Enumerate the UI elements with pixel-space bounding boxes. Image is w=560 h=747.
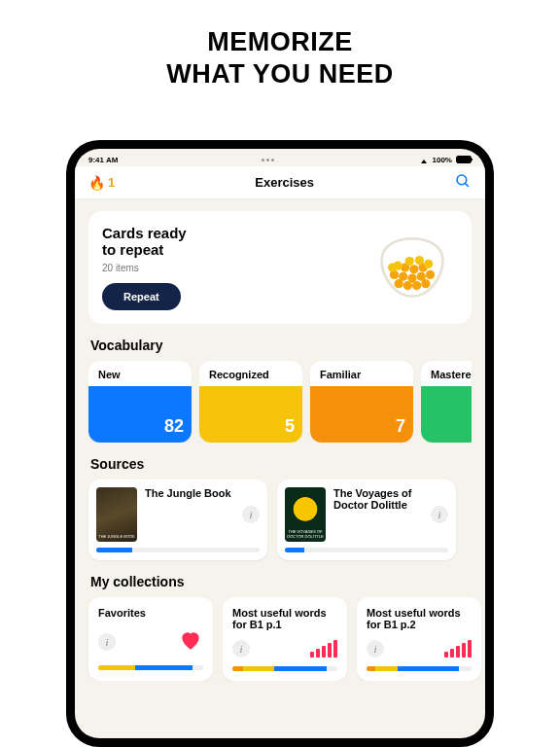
vocab-label: Familiar: [310, 361, 413, 380]
tablet-frame: 9:41 AM 100% 🔥 1 Exercises Cards readyto…: [66, 140, 494, 747]
collection-title: Favorites: [98, 607, 203, 620]
vocab-label: Recognized: [199, 361, 302, 380]
svg-point-16: [415, 256, 424, 265]
svg-point-15: [405, 257, 414, 266]
screen: 9:41 AM 100% 🔥 1 Exercises Cards readyto…: [75, 149, 485, 738]
vocab-card-familiar[interactable]: Familiar 7: [310, 361, 413, 443]
source-title: The Voyages of Doctor Dolittle: [333, 487, 423, 512]
streak-value: 1: [108, 175, 115, 190]
collection-card[interactable]: Most useful words for B1 p.1 i: [223, 597, 347, 681]
svg-line-1: [465, 183, 469, 187]
search-icon: [454, 172, 472, 190]
signal-icon: [444, 640, 472, 658]
info-icon[interactable]: i: [242, 506, 260, 523]
svg-point-9: [412, 281, 421, 290]
ready-card[interactable]: Cards readyto repeat 20 items Repeat: [88, 211, 472, 324]
vocab-label: New: [88, 361, 192, 380]
vocab-card-mastered[interactable]: Mastered: [421, 361, 472, 443]
svg-point-18: [388, 263, 397, 271]
section-sources: Sources: [90, 456, 470, 472]
collection-title: Most useful words for B1 p.2: [367, 607, 472, 631]
progress-bar: [285, 548, 448, 552]
battery-icon: [456, 156, 472, 163]
progress-bar: [96, 548, 260, 552]
svg-point-0: [457, 175, 467, 185]
sources-row: THE JUNGLE BOOK The Jungle Book i THE VO…: [88, 480, 472, 560]
heart-icon: [178, 627, 203, 657]
svg-point-10: [421, 279, 430, 288]
multitask-dots: [262, 159, 274, 161]
brain-icon: [367, 231, 458, 303]
vocab-card-recognized[interactable]: Recognized 5: [199, 361, 302, 443]
vocab-bar: 5: [199, 386, 302, 443]
svg-point-7: [395, 279, 403, 288]
progress-bar: [98, 665, 203, 670]
ready-subtitle: 20 items: [102, 263, 187, 273]
svg-point-6: [426, 270, 435, 279]
search-button[interactable]: [454, 172, 472, 194]
svg-point-17: [424, 259, 433, 267]
status-battery-text: 100%: [433, 156, 452, 164]
signal-icon: [310, 640, 337, 658]
collection-card[interactable]: Favorites i: [88, 597, 213, 681]
streak-counter[interactable]: 🔥 1: [88, 175, 115, 191]
info-icon[interactable]: i: [431, 506, 448, 523]
source-card[interactable]: THE VOYAGES OF DOCTOR DOLITTLE The Voyag…: [277, 480, 456, 560]
source-title: The Jungle Book: [145, 487, 234, 500]
vocab-card-new[interactable]: New 82: [88, 361, 192, 443]
collections-row: Favorites i Most useful words for B1 p.1…: [88, 597, 472, 681]
progress-bar: [367, 666, 472, 671]
promo-line-1: MEMORIZE: [0, 27, 560, 57]
info-icon[interactable]: i: [232, 640, 250, 658]
page-title: Exercises: [255, 175, 314, 190]
vocab-label: Mastered: [421, 361, 472, 380]
collection-card[interactable]: Most useful words for B1 p.2 i: [357, 597, 481, 681]
info-icon[interactable]: i: [367, 640, 384, 658]
vocab-bar: 7: [310, 386, 413, 443]
flame-icon: 🔥: [88, 175, 105, 191]
wifi-icon: [419, 156, 429, 163]
info-icon[interactable]: i: [98, 633, 116, 651]
content: Cards readyto repeat 20 items Repeat Voc…: [75, 199, 485, 681]
vocab-bar: [421, 386, 472, 443]
progress-bar: [232, 666, 337, 671]
repeat-button[interactable]: Repeat: [102, 283, 181, 310]
top-bar: 🔥 1 Exercises: [75, 166, 485, 199]
collection-title: Most useful words for B1 p.1: [232, 607, 337, 631]
book-cover: THE VOYAGES OF DOCTOR DOLITTLE: [285, 487, 326, 542]
vocabulary-row: New 82Recognized 5Familiar 7Mastered: [88, 361, 472, 443]
book-cover: THE JUNGLE BOOK: [96, 487, 137, 542]
svg-point-12: [409, 265, 418, 273]
status-time: 9:41 AM: [88, 156, 118, 164]
ready-title: Cards readyto repeat: [102, 225, 187, 259]
svg-point-8: [403, 281, 412, 290]
vocab-bar: 82: [88, 386, 192, 443]
promo-line-2: WHAT YOU NEED: [0, 59, 560, 89]
section-collections: My collections: [90, 574, 470, 589]
status-bar: 9:41 AM 100%: [75, 149, 485, 166]
source-card[interactable]: THE JUNGLE BOOK The Jungle Book i: [88, 480, 267, 560]
section-vocabulary: Vocabulary: [90, 338, 470, 353]
